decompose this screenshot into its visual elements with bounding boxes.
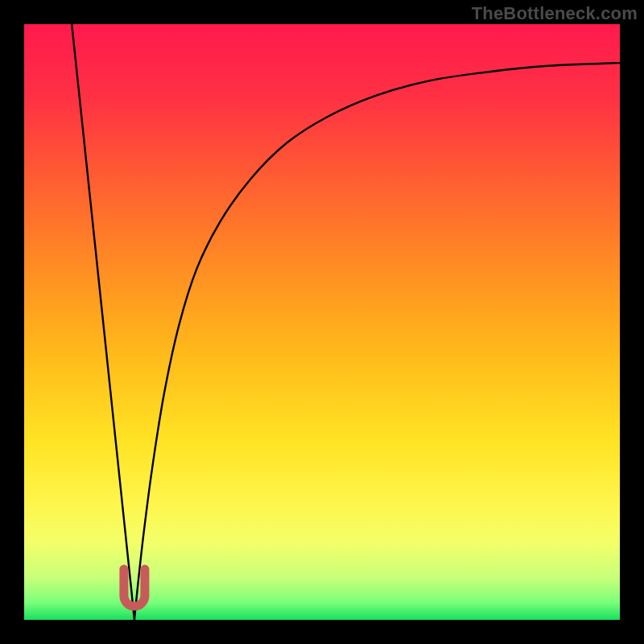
plot-area: [24, 24, 620, 620]
watermark-text: TheBottleneck.com: [472, 3, 638, 24]
plot-svg: [24, 24, 620, 620]
chart-frame: TheBottleneck.com: [0, 0, 644, 644]
gradient-background: [24, 24, 620, 620]
